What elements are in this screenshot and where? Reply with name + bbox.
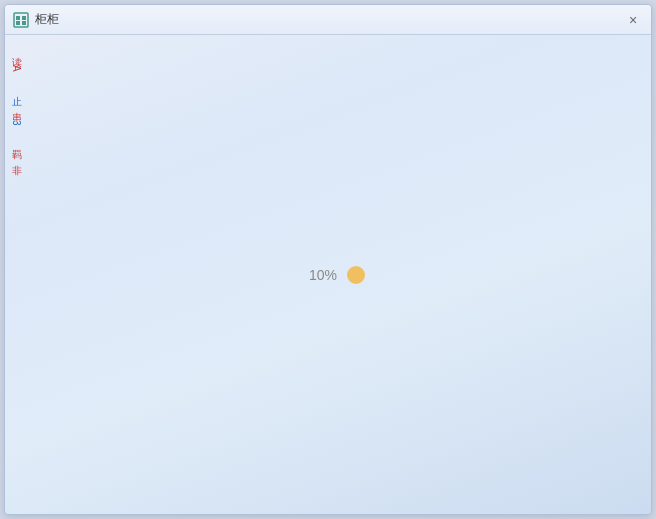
svg-rect-4 xyxy=(22,21,26,25)
window-body: 读 A 止 串 3 羁 非 10% xyxy=(5,35,651,514)
close-button[interactable]: × xyxy=(623,10,643,30)
svg-rect-2 xyxy=(22,16,26,20)
title-bar: 柜柜 × xyxy=(5,5,651,35)
main-content: 10% xyxy=(23,35,651,514)
loading-container: 10% xyxy=(309,266,365,284)
window-icon xyxy=(13,12,29,28)
sidebar-item-6: 羁 xyxy=(5,137,23,145)
svg-rect-1 xyxy=(16,16,20,20)
window-title: 柜柜 xyxy=(35,11,623,28)
svg-rect-3 xyxy=(16,21,20,25)
main-window: 柜柜 × 读 A 止 串 3 羁 非 10% xyxy=(4,4,652,515)
sidebar-item-7: 非 xyxy=(5,153,23,161)
sidebar: 读 A 止 串 3 羁 非 xyxy=(5,35,23,514)
sidebar-item-5: 3 xyxy=(5,116,23,130)
sidebar-item-3: 止 xyxy=(5,84,23,92)
loading-dot xyxy=(347,266,365,284)
loading-percent: 10% xyxy=(309,267,337,283)
sidebar-item-2: A xyxy=(5,61,23,76)
sidebar-item-1: 读 xyxy=(5,45,23,53)
sidebar-item-4: 串 xyxy=(5,100,23,108)
